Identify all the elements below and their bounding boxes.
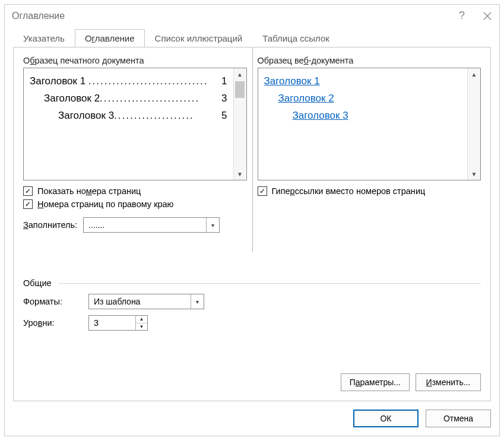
label-accelerator: И: [426, 377, 432, 387]
web-preview-content: Заголовок 1 Заголовок 2 Заголовок 3: [258, 68, 468, 180]
column-divider: [252, 47, 253, 252]
content-buttons: Параметры... Изменить...: [341, 373, 481, 391]
label-accelerator: р: [290, 186, 295, 196]
label-part: разец печатного документа: [35, 56, 144, 65]
ok-button[interactable]: ОК: [353, 410, 419, 427]
preview-line: Заголовок 3: [264, 107, 462, 125]
preview-line: Заголовок 2 ......................... 3: [30, 90, 227, 107]
print-preview-content: Заголовок 1 ............................…: [24, 68, 233, 180]
show-page-numbers-checkbox[interactable]: ✓ Показать номера страниц: [23, 186, 247, 196]
chevron-down-icon[interactable]: ▾: [206, 218, 219, 232]
label-part: зменить...: [432, 377, 471, 387]
spinner-down-icon[interactable]: ▼: [136, 323, 147, 331]
combo-value: .......: [84, 218, 206, 232]
label-part: О: [23, 56, 30, 65]
leader-dots: .........................: [100, 90, 219, 107]
label-part: ера страниц: [92, 186, 141, 196]
tab-leader-row: Заполнитель: ....... ▾: [23, 217, 247, 233]
cancel-button[interactable]: Отмена: [426, 410, 491, 427]
web-preview-column: Образец веб-документа Заголовок 1 Заголо…: [258, 56, 481, 261]
hyperlinks-checkbox[interactable]: ✓ Гиперссылки вместо номеров страниц: [258, 186, 481, 196]
tabs: Указатель Оглавление Список иллюстраций …: [5, 26, 499, 47]
tab-toc[interactable]: Оглавление: [75, 29, 145, 47]
label-part: -документа: [309, 56, 354, 65]
options-button[interactable]: Параметры...: [341, 373, 410, 391]
label-part: ссылки вместо номеров страниц: [295, 186, 426, 196]
label-part: Показать но: [37, 186, 86, 196]
formats-label: Форматы:: [23, 297, 83, 306]
web-preview-box: Заголовок 1 Заголовок 2 Заголовок 3 ▲ ▼: [258, 68, 481, 180]
page-number: 3: [219, 90, 227, 107]
web-preview-label: Образец веб-документа: [258, 56, 481, 65]
checkbox-icon: ✓: [23, 186, 33, 196]
formats-row: Форматы: Из шаблона ▾: [23, 294, 481, 309]
heading-link: Заголовок 1: [264, 73, 320, 90]
general-section-title: Общие: [23, 278, 481, 288]
label-accelerator: Н: [37, 199, 43, 209]
label-accelerator: а: [356, 377, 360, 387]
dialog-footer: ОК Отмена: [5, 401, 499, 436]
checkbox-label: Показать номера страниц: [37, 186, 141, 196]
formats-combo[interactable]: Из шаблона ▾: [88, 294, 204, 309]
dialog-title: Оглавление: [12, 11, 65, 21]
levels-spinner[interactable]: 3 ▲ ▼: [88, 315, 148, 331]
scroll-thumb[interactable]: [235, 81, 245, 98]
preview-line: Заголовок 2: [264, 90, 462, 107]
page-number: 5: [219, 107, 227, 125]
label-accelerator: м: [86, 186, 92, 196]
levels-row: Уровни: 3 ▲ ▼: [23, 315, 481, 331]
section-label: Общие: [23, 278, 52, 288]
scroll-down-icon[interactable]: ▼: [234, 168, 246, 180]
heading-link: Заголовок 2: [278, 90, 334, 107]
label-accelerator: б: [303, 56, 308, 65]
label-accelerator: б: [30, 56, 34, 65]
tab-index[interactable]: Указатель: [13, 29, 75, 47]
right-align-pagenum-checkbox[interactable]: ✓ Номера страниц по правому краю: [23, 199, 247, 209]
label-part: Гипе: [272, 186, 290, 196]
modify-button[interactable]: Изменить...: [416, 373, 481, 391]
combo-value: Из шаблона: [89, 294, 191, 309]
label-part: Уро: [23, 318, 38, 328]
checkbox-label: Гиперссылки вместо номеров страниц: [272, 186, 426, 196]
label-part: ни:: [42, 318, 54, 328]
scroll-down-icon[interactable]: ▼: [468, 168, 480, 180]
tab-leader-combo[interactable]: ....... ▾: [83, 217, 220, 233]
titlebar: Оглавление ?: [5, 5, 499, 26]
label-part: П: [350, 377, 356, 387]
heading-text: Заголовок 1: [30, 73, 85, 90]
checkbox-icon: ✓: [23, 199, 33, 209]
help-icon[interactable]: ?: [459, 9, 465, 22]
spinner-value[interactable]: 3: [89, 316, 135, 330]
tab-illustrations[interactable]: Список иллюстраций: [145, 29, 253, 47]
label-part: раметры...: [360, 377, 401, 387]
spinner-buttons: ▲ ▼: [135, 316, 147, 330]
checkbox-label: Номера страниц по правому краю: [37, 199, 174, 209]
heading-text: Заголовок 2: [44, 90, 100, 107]
label-part: омера страниц по правому краю: [43, 199, 173, 209]
tab-citations[interactable]: Таблица ссылок: [252, 29, 340, 47]
toc-dialog: Оглавление ? Указатель Оглавление Список…: [4, 4, 500, 436]
preview-line: Заголовок 3 .................... 5: [30, 107, 227, 125]
heading-link: Заголовок 3: [293, 107, 348, 125]
label-accelerator: З: [23, 220, 28, 230]
checkbox-icon: ✓: [258, 186, 267, 196]
scroll-up-icon[interactable]: ▲: [235, 68, 245, 80]
label-part: Образец ве: [258, 56, 304, 65]
preview-line: Заголовок 1 ............................…: [30, 73, 227, 90]
scrollbar-top: ▲: [235, 68, 245, 98]
close-icon[interactable]: [483, 11, 492, 21]
chevron-down-icon[interactable]: ▾: [191, 294, 204, 309]
scroll-up-icon[interactable]: ▲: [468, 68, 480, 80]
spinner-up-icon[interactable]: ▲: [136, 316, 147, 323]
general-form: Форматы: Из шаблона ▾ Уровни: 3 ▲ ▼: [23, 294, 481, 331]
label-part: аполнитель:: [28, 220, 77, 230]
print-preview-box: Заголовок 1 ............................…: [23, 68, 247, 180]
leader-dots: ..............................: [88, 73, 219, 90]
titlebar-controls: ?: [459, 9, 492, 22]
heading-text: Заголовок 3: [58, 107, 114, 125]
print-preview-column: Образец печатного документа Заголовок 1 …: [23, 56, 247, 261]
tab-leader-label: Заполнитель:: [23, 220, 77, 230]
tab-content: Образец печатного документа Заголовок 1 …: [13, 47, 491, 401]
page-number: 1: [219, 73, 227, 90]
levels-label: Уровни:: [23, 318, 83, 328]
